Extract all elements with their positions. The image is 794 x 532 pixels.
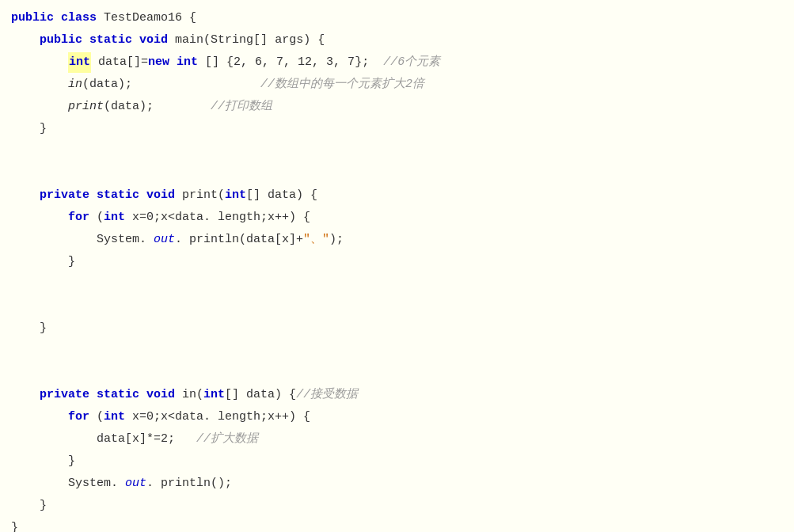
- token: System.: [68, 473, 125, 494]
- code-line: System. out. println();: [0, 473, 794, 496]
- token: in: [68, 74, 82, 95]
- code-line: for (int x=0;x<data. length;x++) {: [0, 207, 794, 230]
- token: int: [104, 407, 125, 428]
- token: //扩大数据: [175, 429, 258, 450]
- code-line: [0, 363, 794, 385]
- code-editor: public class TestDeamo16 { public static…: [0, 0, 794, 532]
- code-line: data[x]*=2; //扩大数据: [0, 429, 794, 451]
- token: int: [68, 52, 91, 73]
- code-line: print(data); //打印数组: [0, 97, 794, 119]
- code-line: System. out. println(data[x]+"、");: [0, 230, 794, 252]
- token: []: [253, 30, 268, 51]
- token: args) {: [268, 30, 325, 51]
- token: String: [211, 30, 253, 51]
- token: in: [182, 385, 196, 405]
- token: int: [225, 185, 246, 206]
- code-line: public static void main(String[] args) {: [0, 30, 794, 52]
- token: static: [89, 30, 139, 51]
- token: (: [89, 207, 104, 228]
- token: data[x]*=2;: [97, 429, 175, 450]
- token: //数组中的每一个元素扩大2倍: [132, 74, 424, 95]
- token: class: [61, 8, 104, 28]
- code-line: private static void print(int[] data) {: [0, 185, 794, 207]
- token: (: [203, 30, 211, 51]
- token: //6个元素: [369, 52, 440, 73]
- code-line: int data[]=new int [] {2, 6, 7, 12, 3, 7…: [0, 52, 794, 74]
- code-line: [0, 340, 794, 363]
- token: }: [40, 496, 47, 516]
- token: for: [68, 407, 89, 428]
- code-line: }: [0, 252, 794, 274]
- code-line: }: [0, 518, 794, 532]
- token: int: [203, 385, 225, 405]
- token: [] data) {: [225, 385, 296, 405]
- token: . println();: [146, 473, 232, 494]
- code-line: public class TestDeamo16 {: [0, 8, 794, 30]
- token: [] {2, 6, 7, 12, 3, 7};: [198, 52, 369, 73]
- token: data: [91, 52, 127, 73]
- token: (: [218, 185, 225, 206]
- token: (: [89, 407, 104, 428]
- token: static: [97, 185, 146, 206]
- code-line: [0, 274, 794, 296]
- token: //接受数据: [296, 385, 358, 405]
- token: (data);: [104, 97, 154, 117]
- token: void: [146, 385, 182, 405]
- code-line: in(data); //数组中的每一个元素扩大2倍: [0, 74, 794, 97]
- token: }: [68, 252, 75, 272]
- token: []=: [127, 52, 148, 73]
- token: new: [148, 52, 177, 73]
- token: print: [182, 185, 218, 206]
- code-line: [0, 296, 794, 318]
- token: x=0;x<data. length;x++) {: [125, 407, 310, 428]
- code-line: }: [0, 318, 794, 340]
- code-line: }: [0, 119, 794, 141]
- token: System.: [97, 230, 154, 250]
- token: private: [40, 385, 97, 405]
- token: TestDeamo16 {: [104, 8, 196, 28]
- token: x=0;x<data. length;x++) {: [125, 207, 310, 228]
- token: }: [11, 518, 18, 532]
- token: int: [104, 207, 125, 228]
- code-line: [0, 163, 794, 185]
- token: //打印数组: [154, 97, 272, 117]
- token: void: [146, 185, 182, 206]
- token: static: [97, 385, 146, 405]
- token: (data);: [82, 74, 132, 95]
- token: }: [40, 318, 47, 339]
- code-line: }: [0, 496, 794, 518]
- token: main: [175, 30, 203, 51]
- token: out: [154, 230, 175, 250]
- code-line: private static void in(int[] data) {//接受…: [0, 385, 794, 407]
- token: print: [68, 97, 104, 117]
- code-line: }: [0, 451, 794, 473]
- token: (: [196, 385, 203, 405]
- token: }: [40, 119, 47, 139]
- token: public: [40, 30, 89, 51]
- code-content: public class TestDeamo16 { public static…: [0, 8, 794, 532]
- token: public: [11, 8, 61, 28]
- token: }: [68, 451, 75, 472]
- token: );: [329, 230, 344, 250]
- token: [] data) {: [246, 185, 317, 206]
- token: int: [177, 52, 198, 73]
- token: . println(data[x]+: [175, 230, 303, 250]
- token: private: [40, 185, 97, 206]
- token: "、": [303, 230, 329, 250]
- code-line: for (int x=0;x<data. length;x++) {: [0, 407, 794, 429]
- token: out: [125, 473, 146, 494]
- token: void: [139, 30, 175, 51]
- code-line: [0, 141, 794, 163]
- token: for: [68, 207, 89, 228]
